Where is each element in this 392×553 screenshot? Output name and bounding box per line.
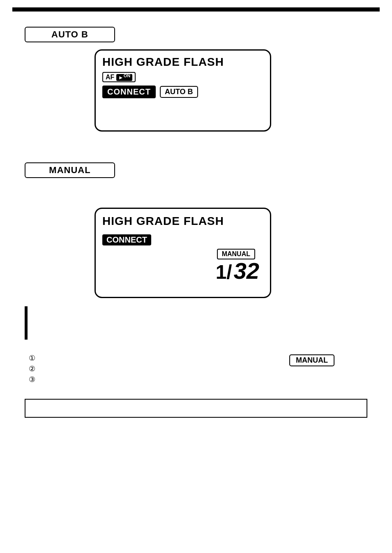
fraction-num1: 1/ xyxy=(216,262,232,282)
lcd-screen-top: HIGH GRADE FLASH AF ►ON CONNECT AUTO B xyxy=(95,49,271,132)
lamp-box: ►ON xyxy=(116,74,132,81)
af-label: AF xyxy=(106,74,114,81)
lcd-b-connect: CONNECT xyxy=(102,234,151,245)
table-cell xyxy=(27,323,28,340)
bottom-text-box xyxy=(25,399,367,418)
lcd-b-fraction: 1/ 32 xyxy=(102,259,259,282)
manual-right-box: MANUAL xyxy=(289,354,334,366)
af-box: AF ►ON xyxy=(102,72,136,82)
auto-b-label-top: AUTO B xyxy=(51,29,88,40)
fraction-num2: 32 xyxy=(234,259,259,282)
lcd-screen-bottom: HIGH GRADE FLASH CONNECT MANUAL 1/ 32 xyxy=(95,208,271,298)
manual-label: MANUAL xyxy=(49,165,90,176)
auto-b-inner: AUTO B xyxy=(160,86,198,98)
lcd-top-title: HIGH GRADE FLASH xyxy=(102,56,263,69)
top-bar xyxy=(12,7,380,12)
lamp-label: ON xyxy=(124,73,131,78)
manual-right-label: MANUAL xyxy=(296,356,328,364)
circle-num-3: ③ xyxy=(29,375,35,384)
circle-num-2: ② xyxy=(29,364,35,373)
lcd-b-manual-row: MANUAL xyxy=(102,249,255,259)
lcd-top-bottom-row: CONNECT AUTO B xyxy=(102,86,263,98)
circle-nums: ① ② ③ xyxy=(29,354,35,384)
table-row-2 xyxy=(25,323,28,340)
lcd-af-row: AF ►ON xyxy=(102,72,263,82)
manual-box: MANUAL xyxy=(25,162,115,178)
auto-b-box-top: AUTO B xyxy=(25,27,115,42)
table-row-1 xyxy=(25,307,28,323)
table-cell xyxy=(27,307,28,323)
connect-box-top: CONNECT xyxy=(102,86,156,98)
lcd-bottom-title: HIGH GRADE FLASH xyxy=(102,215,263,228)
circle-num-1: ① xyxy=(29,354,35,363)
data-table xyxy=(25,306,28,340)
